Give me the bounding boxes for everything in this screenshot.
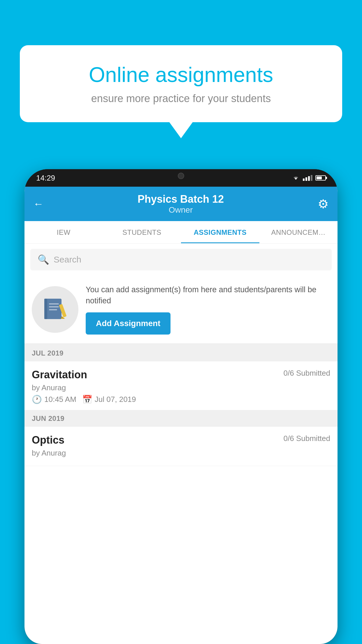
search-placeholder: Search: [54, 255, 81, 265]
phone-frame: 14:29 ←: [24, 169, 338, 644]
add-assignment-promo: You can add assignment(s) from here and …: [24, 276, 338, 345]
month-separator-jul: JUL 2019: [24, 345, 338, 361]
tab-announcements[interactable]: ANNOUNCEM…: [259, 221, 338, 243]
tab-assignments[interactable]: ASSIGNMENTS: [181, 221, 259, 243]
header-subtitle: Owner: [138, 205, 224, 215]
svg-rect-4: [49, 309, 57, 310]
search-bar[interactable]: 🔍 Search: [30, 249, 332, 270]
svg-rect-3: [49, 306, 59, 307]
speech-bubble: Online assignments ensure more practice …: [20, 45, 342, 122]
battery-icon: [315, 175, 326, 181]
add-assignment-button[interactable]: Add Assignment: [86, 312, 171, 335]
notebook-icon: [42, 296, 68, 323]
assignment-submitted-optics: 0/6 Submitted: [284, 434, 330, 443]
assignment-item-gravitation[interactable]: Gravitation 0/6 Submitted by Anurag 🕐 10…: [24, 361, 338, 410]
svg-rect-2: [49, 303, 59, 304]
speech-bubble-subtitle: ensure more practice for your students: [40, 92, 322, 105]
status-bar: 14:29: [24, 169, 338, 187]
app-header: ← Physics Batch 12 Owner ⚙: [24, 187, 338, 221]
search-icon: 🔍: [38, 254, 49, 265]
speech-bubble-tail: [169, 122, 193, 138]
assignment-header-optics: Optics 0/6 Submitted: [32, 434, 330, 446]
app-screen: ← Physics Batch 12 Owner ⚙ IEW STUDENTS …: [24, 187, 338, 644]
assignment-author-optics: by Anurag: [32, 449, 330, 458]
month-separator-jun: JUN 2019: [24, 410, 338, 427]
tab-students[interactable]: STUDENTS: [103, 221, 181, 243]
phone-camera: [178, 173, 184, 179]
signal-icon: [303, 175, 312, 181]
assignment-author: by Anurag: [32, 383, 330, 392]
speech-bubble-container: Online assignments ensure more practice …: [20, 45, 342, 138]
back-button[interactable]: ←: [33, 198, 44, 210]
wifi-icon: [292, 175, 300, 181]
assignment-item-optics[interactable]: Optics 0/6 Submitted by Anurag: [24, 427, 338, 466]
assignment-title-optics: Optics: [32, 434, 64, 446]
header-title: Physics Batch 12: [138, 193, 224, 205]
status-time: 14:29: [36, 174, 55, 183]
promo-text: You can add assignment(s) from here and …: [86, 284, 330, 307]
header-title-group: Physics Batch 12 Owner: [138, 193, 224, 215]
assignment-submitted: 0/6 Submitted: [284, 369, 330, 378]
promo-content: You can add assignment(s) from here and …: [86, 284, 330, 335]
settings-button[interactable]: ⚙: [318, 197, 329, 211]
assignment-header: Gravitation 0/6 Submitted: [32, 369, 330, 381]
search-container: 🔍 Search: [24, 244, 338, 276]
assignment-date: 📅 Jul 07, 2019: [82, 395, 136, 404]
phone-notch: [164, 169, 198, 182]
notebook-icon-circle: [32, 286, 78, 333]
calendar-icon: 📅: [82, 395, 92, 404]
speech-bubble-title: Online assignments: [40, 63, 322, 87]
svg-rect-0: [45, 299, 61, 319]
assignment-time: 🕐 10:45 AM: [32, 395, 76, 404]
svg-rect-1: [44, 299, 47, 319]
assignment-title: Gravitation: [32, 369, 87, 381]
tabs-container: IEW STUDENTS ASSIGNMENTS ANNOUNCEM…: [24, 221, 338, 244]
status-icons: [292, 175, 326, 181]
assignment-meta: 🕐 10:45 AM 📅 Jul 07, 2019: [32, 395, 330, 404]
clock-icon: 🕐: [32, 395, 42, 404]
tab-iew[interactable]: IEW: [24, 221, 103, 243]
